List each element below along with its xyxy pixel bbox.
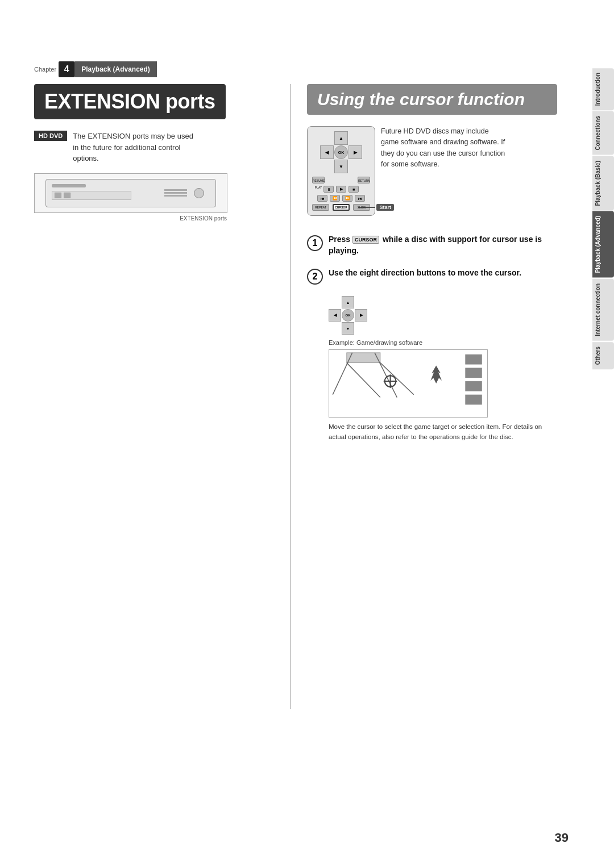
remote-buttons-row1: RESUME PLAY RETURN (312, 177, 370, 183)
sidebar-tab-others[interactable]: Others (592, 342, 614, 369)
skip-fwd-btn[interactable]: ⏭ (355, 195, 365, 202)
small-dpad: ▲ ◀ OK ▶ ▼ (329, 296, 367, 335)
step1-number: 1 (307, 235, 323, 251)
step1-press: Press (329, 235, 350, 244)
right-section: Using the cursor function ▲ ◀ OK ▶ ▼ (307, 84, 586, 443)
sidebar-tab-playback-basic[interactable]: Playback (Basic) (592, 156, 614, 211)
remote-dpad: ▲ ◀ OK ▶ ▼ (320, 131, 362, 173)
sidebar-tab-internet-connection[interactable]: Internet connection (592, 279, 614, 341)
extension-ports-label: EXTENSION ports (180, 215, 227, 222)
pause-btn[interactable]: ⏸ (323, 186, 334, 193)
remote-container: ▲ ◀ OK ▶ ▼ RESUME PLAY RETURN (307, 126, 375, 216)
svg-rect-13 (465, 395, 482, 405)
cursor-btn[interactable]: CURSOR (333, 204, 350, 211)
svg-line-3 (333, 353, 352, 395)
sidebar-tab-connections[interactable]: Connections (592, 111, 614, 155)
step2-number: 2 (307, 269, 323, 285)
left-section: EXTENSION ports HD DVD The EXTENSION por… (34, 84, 273, 213)
svg-rect-12 (465, 381, 482, 391)
stop-btn[interactable]: ■ (349, 186, 359, 193)
sidebar-tab-introduction[interactable]: Introduction (592, 68, 614, 110)
game-image (329, 349, 488, 418)
step1-text: Press CURSOR while a disc with support f… (329, 234, 557, 256)
chapter-number: 4 (59, 61, 74, 77)
hd-dvd-row: HD DVD The EXTENSION ports may be used i… (34, 131, 273, 164)
step2-block: 2 Use the eight direction buttons to mov… (307, 268, 557, 285)
dpad-down[interactable]: ▼ (334, 160, 348, 173)
small-dpad-container: ▲ ◀ OK ▶ ▼ (329, 296, 380, 335)
fwd-btn[interactable]: ⏩ (342, 195, 352, 202)
small-dpad-up: ▲ (342, 296, 354, 308)
rew-btn[interactable]: ⏪ (330, 195, 340, 202)
remote-control: ▲ ◀ OK ▶ ▼ RESUME PLAY RETURN (307, 126, 375, 216)
step2-text: Use the eight direction buttons to move … (329, 268, 521, 279)
cursor-key-label: CURSOR (352, 236, 379, 244)
small-dpad-right: ▶ (355, 309, 367, 322)
extension-description: The EXTENSION ports may be used in the f… (73, 131, 198, 164)
small-dpad-left: ◀ (329, 309, 341, 322)
chapter-header: Chapter 4 Playback (Advanced) (34, 61, 157, 77)
small-dpad-down: ▼ (342, 322, 354, 335)
chapter-label: Chapter (34, 66, 56, 73)
dpad-ok[interactable]: OK (334, 145, 348, 159)
return-btn[interactable]: RETURN (358, 177, 370, 183)
example-label: Example: Game/drawing software (329, 339, 557, 346)
repeat-btn[interactable]: REPEAT (312, 204, 329, 211)
start-label: Start (376, 204, 394, 211)
svg-rect-10 (465, 354, 482, 365)
dpad-up[interactable]: ▲ (334, 131, 348, 145)
dpad-right[interactable]: ▶ (349, 145, 362, 159)
section-divider (290, 84, 291, 709)
start-callout: Start (358, 204, 394, 211)
using-cursor-title: Using the cursor function (307, 84, 557, 115)
right-description: Future HD DVD discs may include game sof… (381, 126, 506, 170)
device-image: EXTENSION ports (34, 173, 227, 213)
play-btn[interactable]: ▶ (336, 186, 346, 193)
page-container: Introduction Connections Playback (Basic… (0, 0, 614, 868)
extension-ports-title: EXTENSION ports (34, 84, 226, 119)
page-number: 39 (555, 831, 569, 845)
device-slots (164, 189, 187, 197)
sidebar-tabs: Introduction Connections Playback (Basic… (592, 68, 614, 369)
skip-back-btn[interactable]: ⏮ (317, 195, 327, 202)
bottom-text: Move the cursor to select the game targe… (329, 422, 545, 443)
device-body (45, 179, 216, 207)
hd-dvd-badge-left: HD DVD (34, 131, 67, 141)
device-circle (194, 188, 204, 198)
cursor-start-row: REPEAT CURSOR SLOW Start (312, 204, 370, 211)
step1-block: 1 Press CURSOR while a disc with support… (307, 234, 557, 256)
svg-line-1 (347, 363, 380, 398)
chapter-title: Playback (Advanced) (74, 61, 157, 77)
svg-rect-11 (465, 368, 482, 378)
sidebar-tab-playback-advanced[interactable]: Playback (Advanced) (592, 211, 614, 278)
resume-play-btn[interactable]: RESUME PLAY (312, 177, 325, 183)
small-dpad-ok: OK (342, 309, 354, 322)
remote-skip-row: ⏮ ⏪ ⏩ ⏭ (312, 195, 370, 202)
dpad-left[interactable]: ◀ (320, 145, 334, 159)
right-hd-dvd-row: ▲ ◀ OK ▶ ▼ RESUME PLAY RETURN (307, 126, 557, 225)
